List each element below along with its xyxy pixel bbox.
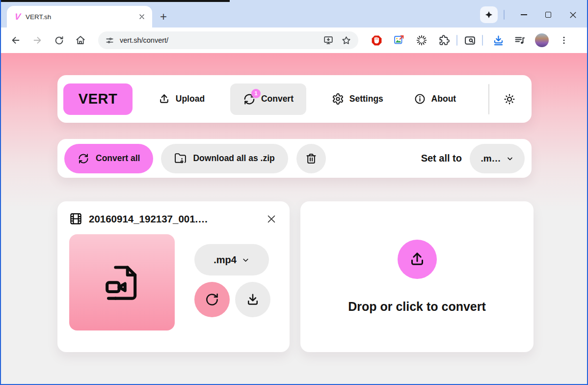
video-file-icon [101,261,143,303]
tabstrip-separator [504,10,505,20]
convert-icon-wrap: 1 [243,93,256,106]
nav-item-label: Convert [261,94,294,104]
file-card-body: .mp4 [69,234,278,330]
film-icon [69,212,82,225]
nav-divider [488,84,489,114]
kebab-menu-icon [559,35,569,45]
file-controls: .mp4 [194,244,270,330]
url-text[interactable]: vert.sh/convert/ [120,36,317,44]
tab-title: VERT.sh [26,13,136,21]
dropzone-upload-circle[interactable] [398,240,437,279]
profile-avatar[interactable] [535,33,549,47]
chevron-down-icon [506,155,514,163]
download-zip-button[interactable]: Download all as .zip [161,144,288,173]
image-extension-button[interactable] [393,34,405,47]
tabstrip-right-cluster [480,2,585,28]
star-icon [341,35,351,46]
new-tab-button[interactable]: + [156,9,171,24]
format-dropdown[interactable]: .mp4 [194,244,269,275]
side-search-icon [464,34,476,47]
gear-icon [332,93,344,105]
forward-button[interactable] [27,30,47,50]
file-buttons-row [194,282,270,317]
upload-icon [158,93,170,105]
browser-menu-button[interactable] [558,34,570,47]
format-value: .mp4 [214,254,237,266]
maximize-button[interactable] [536,2,561,28]
install-icon [323,35,334,46]
url-bar[interactable]: vert.sh/convert/ [98,31,358,49]
spinner-burst-icon [416,34,428,46]
close-icon [138,13,145,20]
file-thumbnail[interactable] [69,234,175,330]
puzzle-icon [438,34,450,46]
convert-file-button[interactable] [194,282,230,317]
adblock-extension-button[interactable] [370,34,383,47]
install-app-button[interactable] [322,34,335,47]
minimize-button[interactable] [511,2,536,28]
media-queue-button[interactable] [513,34,526,47]
nav-item-upload[interactable]: Upload [153,83,210,115]
reload-button[interactable] [49,30,69,50]
chevron-down-icon [241,256,250,264]
nav-item-about[interactable]: About [409,83,461,115]
spinner-extension-button[interactable] [415,34,428,47]
rotate-cw-icon [205,292,219,307]
back-button[interactable] [6,30,26,50]
close-icon [266,214,277,224]
browser-ai-sparkle-button[interactable] [480,6,498,23]
nav-item-convert[interactable]: 1 Convert [230,83,306,115]
convert-count-badge: 1 [251,89,261,98]
close-icon [569,11,577,19]
nav-item-settings[interactable]: Settings [327,83,388,115]
delete-all-button[interactable] [296,144,326,173]
set-all-to-label: Set all to [421,153,462,164]
sun-icon [503,93,516,106]
browser-window: V VERT.sh + [0,0,588,385]
nav-item-label: About [431,94,456,104]
home-button[interactable] [71,30,90,50]
nav-item-label: Settings [349,94,383,104]
arrow-left-icon [10,35,21,46]
extensions-puzzle-button[interactable] [438,34,451,47]
site-settings-icon[interactable] [105,36,114,45]
download-zip-label: Download all as .zip [193,153,274,164]
theme-toggle-button[interactable] [498,88,521,110]
file-card-header: 20160914_192137_001.… [69,212,278,225]
upload-icon [408,250,426,268]
toolbar-separator [482,35,483,46]
download-file-button[interactable] [235,282,270,317]
arrow-right-icon [32,35,43,46]
playlist-music-icon [514,34,526,46]
reload-icon [54,35,64,46]
sparkle-icon [484,10,494,20]
folder-zip-icon [174,152,187,165]
maximize-icon [545,12,551,18]
download-icon [245,292,260,307]
trash-icon [305,153,317,165]
image-share-icon [393,34,405,46]
extensions-row [370,34,451,47]
home-icon [75,35,86,46]
downloads-button[interactable] [492,34,505,47]
dropzone[interactable]: Drop or click to convert [300,201,534,352]
tab-close-button[interactable] [136,11,147,22]
nav-items: Upload 1 Convert Settings About [133,75,481,123]
page-background: VERT Upload 1 Convert Settings [1,53,587,384]
dropzone-label: Drop or click to convert [348,300,486,314]
download-active-icon [492,34,505,47]
set-all-format-dropdown[interactable]: .m… [470,144,525,173]
info-icon [414,93,426,105]
bookmark-star-button[interactable] [340,34,352,47]
remove-file-button[interactable] [265,213,278,225]
tab-strip: V VERT.sh + [1,2,587,28]
window-close-button[interactable] [561,2,585,28]
vert-logo[interactable]: VERT [63,83,133,115]
minimize-icon [521,14,527,15]
vert-favicon-icon: V [14,12,21,21]
side-search-button[interactable] [463,34,476,47]
adblock-icon [371,34,383,47]
convert-sync-icon [78,153,89,165]
browser-tab[interactable]: V VERT.sh [7,6,152,28]
convert-all-button[interactable]: Convert all [64,144,153,173]
